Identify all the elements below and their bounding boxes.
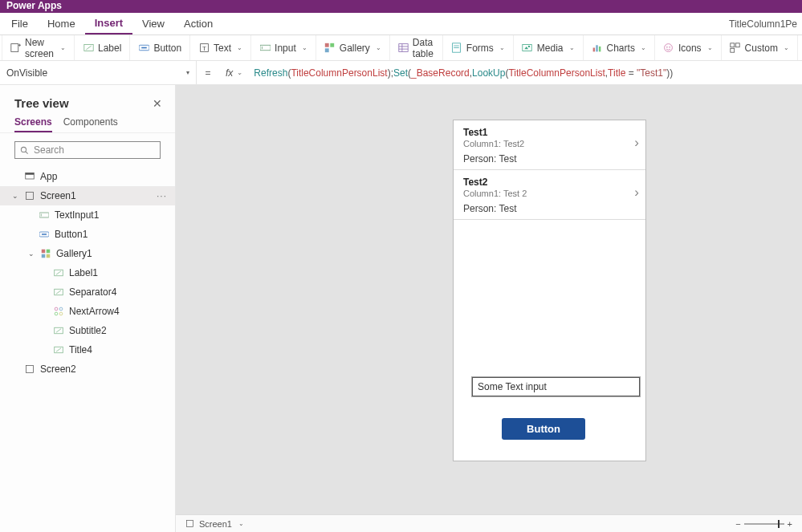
menu-home[interactable]: Home bbox=[38, 13, 85, 35]
svg-point-33 bbox=[21, 147, 26, 152]
tree-view-title: Tree view bbox=[14, 96, 69, 110]
forms-icon bbox=[451, 43, 462, 54]
zoom-in-icon[interactable]: + bbox=[788, 519, 792, 529]
ribbon-data-table[interactable]: Data table bbox=[390, 35, 443, 60]
screen-icon bbox=[185, 519, 194, 528]
tree-node-separator4[interactable]: Separator4 bbox=[0, 282, 175, 302]
tree-search-input[interactable]: Search bbox=[14, 141, 161, 159]
tree-node-label: Screen2 bbox=[40, 363, 76, 375]
gallery-item-person: Person: Test bbox=[463, 153, 636, 164]
tree-node-screen2[interactable]: Screen2 bbox=[0, 359, 175, 379]
svg-rect-45 bbox=[47, 254, 51, 258]
screen-canvas[interactable]: Test1Column1: Test2Person: Test›Test2Col… bbox=[454, 120, 645, 461]
textinput-icon bbox=[39, 209, 50, 221]
menu-view[interactable]: View bbox=[132, 13, 174, 35]
chevron-right-icon[interactable]: › bbox=[634, 185, 639, 201]
ribbon-item-label: Button bbox=[153, 43, 181, 54]
button-icon bbox=[39, 229, 50, 240]
property-select[interactable]: OnVisible ▾ bbox=[0, 61, 197, 84]
subtitle-icon bbox=[53, 325, 64, 336]
ribbon-item-label: Icons bbox=[678, 43, 702, 54]
gallery-item[interactable]: Test1Column1: Test2Person: Test› bbox=[454, 120, 645, 170]
svg-line-34 bbox=[26, 151, 28, 153]
chevron-down-icon[interactable]: ⌄ bbox=[238, 520, 244, 527]
chevron-down-icon[interactable]: ⌄ bbox=[237, 69, 242, 76]
gallery-item-title: Test2 bbox=[463, 177, 636, 188]
ribbon-text[interactable]: TText⌄ bbox=[190, 35, 251, 60]
svg-point-23 bbox=[528, 46, 530, 47]
svg-text:T: T bbox=[202, 45, 206, 52]
tree-node-button1[interactable]: Button1 bbox=[0, 225, 175, 244]
ribbon-forms[interactable]: Forms⌄ bbox=[443, 35, 514, 60]
tab-components[interactable]: Components bbox=[63, 116, 118, 132]
title-icon bbox=[53, 344, 64, 355]
top-menu: FileHomeInsertViewAction TitleColumn1Pe bbox=[0, 13, 802, 35]
zoom-slider[interactable]: − + bbox=[735, 519, 792, 529]
svg-line-4 bbox=[86, 46, 92, 50]
ribbon-item-label: Gallery bbox=[340, 43, 370, 54]
ribbon-media[interactable]: Media⌄ bbox=[514, 35, 584, 60]
ribbon-charts[interactable]: Charts⌄ bbox=[584, 35, 655, 60]
context-label: TitleColumn1Pe bbox=[729, 18, 797, 30]
ribbon-icons[interactable]: Icons⌄ bbox=[655, 35, 722, 60]
svg-rect-26 bbox=[599, 47, 600, 52]
slider-track[interactable] bbox=[744, 523, 784, 525]
svg-rect-9 bbox=[260, 45, 271, 51]
svg-rect-31 bbox=[735, 43, 739, 47]
status-screen-label[interactable]: Screen1 bbox=[199, 519, 232, 529]
canvas-area: Test1Column1: Test2Person: Test›Test2Col… bbox=[176, 85, 802, 532]
chevron-down-icon: ⌄ bbox=[641, 44, 646, 51]
menu-insert[interactable]: Insert bbox=[85, 13, 132, 35]
menu-action[interactable]: Action bbox=[174, 13, 222, 35]
close-icon[interactable]: ✕ bbox=[153, 97, 162, 110]
ribbon-custom[interactable]: Custom⌄ bbox=[722, 35, 798, 60]
button-preview[interactable]: Button bbox=[502, 418, 585, 440]
ribbon-label[interactable]: Label bbox=[75, 35, 130, 60]
tab-screens[interactable]: Screens bbox=[14, 116, 52, 132]
fx-label: fx ⌄ bbox=[219, 67, 249, 79]
tree-node-gallery1[interactable]: ⌄ Gallery1 bbox=[0, 244, 175, 263]
zoom-out-icon[interactable]: − bbox=[735, 519, 740, 529]
tree-node-title4[interactable]: Title4 bbox=[0, 340, 175, 359]
text-input-preview[interactable]: Some Text input bbox=[472, 377, 640, 396]
ribbon-button[interactable]: Button bbox=[130, 35, 190, 60]
tree-view-panel: Tree view ✕ Screens Components Search Ap… bbox=[0, 85, 176, 532]
chevron-down-icon[interactable]: ⌄ bbox=[11, 192, 19, 200]
input-icon bbox=[259, 43, 271, 54]
separator-icon bbox=[53, 286, 64, 298]
ribbon-item-label: Charts bbox=[607, 43, 635, 54]
ribbon-ai-builder[interactable]: AI Builder⌄ bbox=[798, 35, 802, 60]
tree-node-label1[interactable]: Label1 bbox=[0, 263, 175, 282]
ribbon-input[interactable]: Input⌄ bbox=[251, 35, 316, 60]
tree-node-screen1[interactable]: ⌄ Screen1 ··· bbox=[0, 186, 175, 205]
ribbon-new-screen[interactable]: New screen⌄ bbox=[2, 35, 75, 60]
tree-node-app[interactable]: App bbox=[0, 167, 175, 186]
chevron-right-icon[interactable]: › bbox=[634, 135, 639, 151]
ribbon-gallery[interactable]: Gallery⌄ bbox=[316, 35, 390, 60]
equals-sign: = bbox=[197, 67, 219, 79]
tree-node-textinput1[interactable]: TextInput1 bbox=[0, 205, 175, 225]
svg-rect-0 bbox=[11, 44, 18, 52]
svg-rect-13 bbox=[325, 48, 329, 52]
menu-file[interactable]: File bbox=[2, 13, 38, 35]
tree-node-label: Gallery1 bbox=[56, 248, 92, 259]
chevron-down-icon: ⌄ bbox=[376, 44, 381, 51]
tree-node-nextarrow4[interactable]: NextArrow4 bbox=[0, 302, 175, 321]
svg-line-57 bbox=[56, 348, 61, 352]
chevron-down-icon[interactable]: ⌄ bbox=[27, 250, 35, 258]
gallery-icon bbox=[40, 248, 51, 259]
chevron-down-icon: ⌄ bbox=[237, 44, 242, 51]
ribbon-item-label: Data table bbox=[413, 37, 434, 59]
svg-rect-14 bbox=[399, 44, 408, 52]
ribbon-item-label: Label bbox=[98, 43, 121, 54]
tree-node-label: Screen1 bbox=[40, 190, 76, 201]
slider-thumb[interactable] bbox=[778, 520, 780, 528]
formula-input[interactable]: Refresh(TitleColumnPersonList);Set(_Base… bbox=[249, 67, 802, 79]
more-icon[interactable]: ··· bbox=[157, 190, 167, 201]
chevron-down-icon: ▾ bbox=[186, 69, 189, 76]
search-placeholder: Search bbox=[34, 144, 64, 156]
svg-point-52 bbox=[55, 312, 58, 315]
gallery-item[interactable]: Test2Column1: Test 2Person: Test› bbox=[454, 170, 645, 220]
tree-node-subtitle2[interactable]: Subtitle2 bbox=[0, 321, 175, 340]
gallery-icon bbox=[324, 43, 336, 54]
